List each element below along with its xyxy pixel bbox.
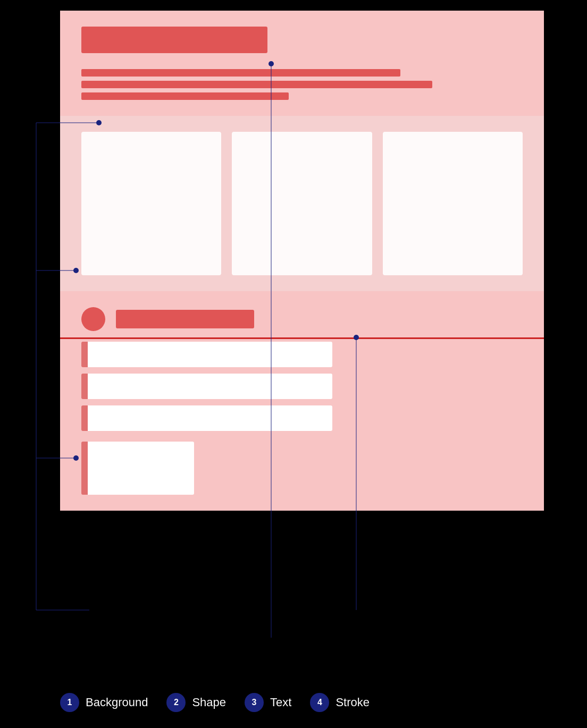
legend-item-stroke: 4 Stroke bbox=[310, 693, 370, 712]
avatar-circle bbox=[81, 307, 105, 331]
textarea-left-bar bbox=[81, 442, 88, 495]
legend-item-shape: 2 Shape bbox=[166, 693, 226, 712]
field-left-bar-1 bbox=[81, 342, 88, 367]
form-title-bar bbox=[116, 310, 254, 328]
field-main-1 bbox=[88, 342, 332, 367]
legend-label-text: Text bbox=[270, 696, 291, 709]
field-main-2 bbox=[88, 374, 332, 399]
card-3 bbox=[383, 132, 523, 275]
card-2 bbox=[232, 132, 372, 275]
legend-badge-3: 3 bbox=[245, 693, 264, 712]
card-1 bbox=[81, 132, 221, 275]
text-line-3 bbox=[81, 92, 289, 100]
form-field-3 bbox=[81, 405, 523, 431]
cards-row bbox=[81, 132, 523, 275]
legend-label-shape: Shape bbox=[192, 696, 226, 709]
form-fields bbox=[81, 342, 523, 431]
text-line-1 bbox=[81, 69, 400, 77]
text-lines bbox=[81, 69, 523, 100]
legend-item-background: 1 Background bbox=[60, 693, 148, 712]
hero-bar bbox=[81, 27, 267, 53]
form-field-1 bbox=[81, 342, 523, 367]
bottom-section bbox=[60, 291, 544, 511]
field-left-bar-2 bbox=[81, 374, 88, 399]
middle-section bbox=[60, 116, 544, 291]
legend-badge-4: 4 bbox=[310, 693, 329, 712]
main-canvas bbox=[60, 11, 544, 600]
textarea-wrapper bbox=[81, 442, 523, 495]
legend-badge-2: 2 bbox=[166, 693, 186, 712]
field-left-bar-3 bbox=[81, 405, 88, 431]
form-field-2 bbox=[81, 374, 523, 399]
form-header bbox=[81, 307, 523, 331]
text-line-2 bbox=[81, 81, 432, 88]
field-main-3 bbox=[88, 405, 332, 431]
legend-badge-1: 1 bbox=[60, 693, 79, 712]
legend: 1 Background 2 Shape 3 Text 4 Stroke bbox=[60, 693, 544, 712]
textarea-main bbox=[88, 442, 194, 495]
legend-label-stroke: Stroke bbox=[336, 696, 370, 709]
legend-label-background: Background bbox=[86, 696, 148, 709]
red-divider bbox=[60, 337, 544, 339]
legend-item-text: 3 Text bbox=[245, 693, 291, 712]
top-section bbox=[60, 11, 544, 116]
